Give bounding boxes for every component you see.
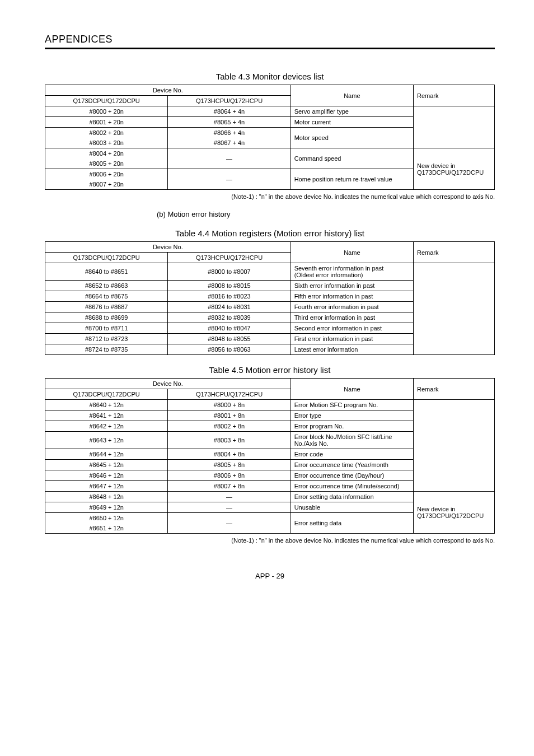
table-cell: #8007 + 8n	[168, 481, 291, 492]
table-cell: #8032 to #8039	[168, 312, 291, 323]
table-cell: #8724 to #8735	[45, 344, 168, 355]
table-cell: Fifth error information in past	[291, 291, 413, 302]
table43-hdr-c2: Q173HCPU/Q172HCPU	[168, 96, 291, 106]
table-cell: #8650 + 12n	[45, 513, 168, 524]
table-cell: —	[168, 492, 291, 502]
table45-hdr-device: Device No.	[45, 379, 291, 389]
table-cell: #8007 + 20n	[45, 179, 168, 190]
table-cell: #8700 to #8711	[45, 323, 168, 334]
table-cell: Error occurrence time (Day/hour)	[291, 470, 413, 481]
table-cell: Error setting data	[291, 513, 413, 534]
table-cell: #8000 + 20n	[45, 106, 168, 117]
table-cell: #8646 + 12n	[45, 470, 168, 481]
table-cell: #8648 + 12n	[45, 492, 168, 502]
table-cell: #8001 + 20n	[45, 117, 168, 128]
table-cell: #8640 to #8651	[45, 263, 168, 281]
table-cell: #8005 + 20n	[45, 158, 168, 169]
table-cell: #8005 + 8n	[168, 460, 291, 470]
table44-hdr-remark: Remark	[414, 242, 495, 263]
table-cell: #8002 + 8n	[168, 421, 291, 432]
table-cell: Error program No.	[291, 421, 413, 432]
table-cell: #8641 + 12n	[45, 410, 168, 421]
table44: Device No. Name Remark Q173DCPU/Q172DCPU…	[45, 241, 495, 355]
table-cell: #8004 + 8n	[168, 449, 291, 460]
table-cell: #8003 + 8n	[168, 432, 291, 449]
table-cell: #8643 + 12n	[45, 432, 168, 449]
table-cell: #8066 + 4n	[168, 128, 291, 138]
table-cell: Servo amplifier type	[291, 106, 413, 117]
table-cell: #8647 + 12n	[45, 481, 168, 492]
table44-hdr-c2: Q173HCPU/Q172HCPU	[168, 253, 291, 263]
table-cell: Unusable	[291, 502, 413, 513]
table45-caption: Table 4.5 Motion error history list	[45, 365, 495, 375]
table-cell: New device in Q173DCPU/Q172DCPU	[414, 148, 495, 190]
table-cell: #8006 + 20n	[45, 169, 168, 180]
table-cell: Motor speed	[291, 128, 413, 148]
table-cell: Error setting data information	[291, 492, 413, 502]
table-cell: #8003 + 20n	[45, 138, 168, 148]
table-cell: #8688 to #8699	[45, 312, 168, 323]
page-header: APPENDICES	[45, 34, 495, 45]
table44-hdr-name: Name	[291, 242, 413, 263]
table-cell: Command speed	[291, 148, 413, 169]
table-cell: #8651 + 12n	[45, 523, 168, 534]
table-cell: #8006 + 8n	[168, 470, 291, 481]
table-cell: #8644 + 12n	[45, 449, 168, 460]
table-cell: Home position return re-travel value	[291, 169, 413, 190]
table-cell	[414, 263, 495, 355]
table-cell: —	[168, 169, 291, 190]
table44-hdr-c1: Q173DCPU/Q172DCPU	[45, 253, 168, 263]
table-cell: Seventh error information in past (Oldes…	[291, 263, 413, 281]
table44-hdr-device: Device No.	[45, 242, 291, 253]
table45-hdr-c1: Q173DCPU/Q172DCPU	[45, 389, 168, 400]
table-cell: #8649 + 12n	[45, 502, 168, 513]
table-cell: —	[168, 513, 291, 534]
table-cell: #8642 + 12n	[45, 421, 168, 432]
table-cell: #8645 + 12n	[45, 460, 168, 470]
table-cell: #8067 + 4n	[168, 138, 291, 148]
table-cell: #8008 to #8015	[168, 281, 291, 291]
table-cell: #8000 to #8007	[168, 263, 291, 281]
table-cell: —	[168, 148, 291, 169]
page-footer: APP - 29	[45, 572, 495, 580]
subsection-b: (b) Motion error history	[45, 210, 495, 218]
table43-note: (Note-1) : "n" in the above device No. i…	[45, 193, 495, 200]
table43: Device No. Name Remark Q173DCPU/Q172DCPU…	[45, 85, 495, 190]
table43-caption: Table 4.3 Monitor devices list	[45, 72, 495, 81]
table-cell: Latest error information	[291, 344, 413, 355]
table-cell	[414, 106, 495, 148]
table-cell: Motor current	[291, 117, 413, 128]
table-cell: #8040 to #8047	[168, 323, 291, 334]
table45-hdr-remark: Remark	[414, 379, 495, 400]
table-cell: #8065 + 4n	[168, 117, 291, 128]
header-rule	[45, 48, 495, 49]
table-cell	[414, 400, 495, 492]
table-cell: #8024 to #8031	[168, 302, 291, 312]
table-cell: #8016 to #8023	[168, 291, 291, 302]
table-cell: #8712 to #8723	[45, 334, 168, 344]
table-cell: #8004 + 20n	[45, 148, 168, 159]
table-cell: #8640 + 12n	[45, 400, 168, 410]
table-cell: #8676 to #8687	[45, 302, 168, 312]
table-cell: Error type	[291, 410, 413, 421]
table-cell: #8664 to #8675	[45, 291, 168, 302]
table45-note: (Note-1) : "n" in the above device No. i…	[45, 537, 495, 544]
table-cell: Error occurrence time (Minute/second)	[291, 481, 413, 492]
table-cell: Error block No./Motion SFC list/Line No.…	[291, 432, 413, 449]
table43-hdr-c1: Q173DCPU/Q172DCPU	[45, 96, 168, 106]
table-cell: #8064 + 4n	[168, 106, 291, 117]
table-cell: #8048 to #8055	[168, 334, 291, 344]
table-cell: Third error information in past	[291, 312, 413, 323]
table-cell: Error Motion SFC program No.	[291, 400, 413, 410]
table44-caption: Table 4.4 Motion registers (Motion error…	[45, 228, 495, 238]
table43-hdr-name: Name	[291, 85, 413, 106]
table-cell: #8056 to #8063	[168, 344, 291, 355]
table-cell: Fourth error information in past	[291, 302, 413, 312]
table-cell: #8652 to #8663	[45, 281, 168, 291]
table-cell: New device in Q173DCPU/Q172DCPU	[414, 492, 495, 534]
table-cell: #8001 + 8n	[168, 410, 291, 421]
table-cell: Sixth error information in past	[291, 281, 413, 291]
table-cell: Error code	[291, 449, 413, 460]
table-cell: Second error information in past	[291, 323, 413, 334]
table43-hdr-device: Device No.	[45, 85, 291, 96]
